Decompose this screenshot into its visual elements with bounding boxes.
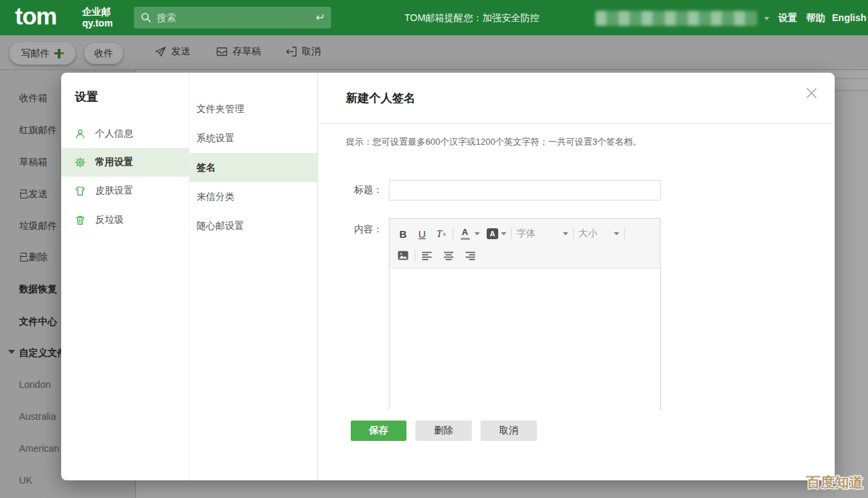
font-size-select[interactable]: 大小: [578, 228, 619, 240]
signature-dialog: 新建个人签名 提示：您可设置最多600个汉字或1200个英文字符；一共可设置3个…: [317, 73, 835, 480]
font-color-button[interactable]: A: [458, 226, 472, 241]
font-color-caret-icon[interactable]: [474, 232, 480, 235]
settings-modal: 设置 个人信息 常用设置 皮肤设置: [61, 73, 835, 480]
submenu-item-mail-classification[interactable]: 来信分类: [190, 182, 318, 211]
tshirt-icon: [75, 185, 86, 196]
align-center-button[interactable]: [442, 248, 455, 263]
editor-toolbar: B U Tx A A 字体 大小: [389, 219, 660, 268]
settings-menu-panel: 设置 个人信息 常用设置 皮肤设置: [61, 73, 189, 480]
gear-icon: [75, 157, 86, 168]
image-icon: [398, 251, 409, 260]
brand-text: 企业邮 qy.tom: [82, 6, 113, 29]
clear-format-button[interactable]: Tx: [434, 226, 448, 241]
toolbar-separator: [573, 228, 574, 240]
align-right-icon: [466, 251, 475, 260]
toolbar-separator: [453, 228, 453, 240]
search-input[interactable]: [157, 12, 314, 23]
menu-item-skin-settings[interactable]: 皮肤设置: [61, 177, 189, 205]
delete-button[interactable]: 删除: [415, 421, 472, 441]
font-caret-icon: [563, 232, 568, 235]
blurred-account-email: [595, 11, 757, 26]
toolbar-separator: [511, 228, 512, 240]
settings-submenu-panel: 文件夹管理 系统设置 签名 来信分类 随心邮设置: [189, 73, 317, 480]
bg-color-caret-icon[interactable]: [501, 232, 506, 235]
bg-color-button[interactable]: A: [487, 228, 498, 239]
insert-image-button[interactable]: [396, 248, 410, 263]
menu-item-personal-info[interactable]: 个人信息: [61, 120, 189, 148]
bold-button[interactable]: B: [396, 226, 410, 241]
search-icon: [141, 12, 152, 23]
brand-line2: qy.tom: [82, 18, 113, 29]
align-center-icon: [444, 251, 453, 260]
search-box[interactable]: [134, 7, 331, 29]
menu-label: 常用设置: [95, 156, 133, 168]
close-icon[interactable]: [805, 86, 818, 100]
align-left-button[interactable]: [420, 248, 434, 263]
settings-panel-title: 设置: [75, 89, 98, 105]
signature-title-input[interactable]: [389, 180, 661, 200]
top-header: tom 企业邮 qy.tom TOM邮箱提醒您：加强安全防控 设置 帮助 Eng…: [0, 0, 868, 35]
content-field-label: 内容：: [354, 224, 383, 236]
align-left-icon: [422, 251, 432, 260]
header-language-link[interactable]: English: [832, 12, 867, 23]
font-family-select[interactable]: 字体: [517, 228, 568, 240]
tom-logo: tom: [15, 3, 56, 30]
align-right-button[interactable]: [464, 248, 477, 263]
dialog-hint: 提示：您可设置最多600个汉字或1200个英文字符；一共可设置3个签名档。: [346, 136, 642, 148]
menu-label: 皮肤设置: [95, 185, 133, 197]
toolbar-separator: [415, 249, 415, 262]
save-button[interactable]: 保存: [351, 421, 406, 441]
submenu-item-signature[interactable]: 签名: [190, 153, 318, 182]
menu-item-anti-spam[interactable]: 反垃圾: [61, 206, 189, 234]
size-caret-icon: [614, 232, 619, 235]
signature-content-area[interactable]: [389, 268, 660, 410]
dialog-title: 新建个人签名: [346, 90, 415, 106]
rich-text-editor: B U Tx A A 字体 大小: [389, 218, 661, 410]
toolbar-separator: [624, 228, 625, 240]
underline-button[interactable]: U: [415, 226, 429, 241]
cancel-button[interactable]: 取消: [481, 421, 537, 441]
enter-icon: [314, 13, 324, 22]
security-notice: TOM邮箱提醒您：加强安全防控: [404, 12, 540, 24]
title-field-label: 标题：: [354, 184, 383, 196]
menu-label: 个人信息: [95, 128, 133, 140]
account-caret-icon[interactable]: [764, 17, 769, 20]
trash-icon: [75, 215, 86, 226]
submenu-item-folder-management[interactable]: 文件夹管理: [190, 94, 318, 124]
person-icon: [75, 128, 86, 139]
submenu-item-suixin-mail[interactable]: 随心邮设置: [190, 211, 318, 241]
baidu-zhidao-watermark: 百度知道: [806, 473, 863, 492]
brand-line1: 企业邮: [82, 6, 113, 18]
title-divider: [318, 123, 835, 124]
submenu-item-system-settings[interactable]: 系统设置: [190, 124, 318, 153]
header-help-link[interactable]: 帮助: [806, 12, 825, 24]
menu-item-common-settings[interactable]: 常用设置: [61, 148, 189, 177]
menu-label: 反垃圾: [95, 214, 124, 226]
screen: tom 企业邮 qy.tom TOM邮箱提醒您：加强安全防控 设置 帮助 Eng…: [0, 0, 868, 498]
header-settings-link[interactable]: 设置: [778, 12, 797, 24]
